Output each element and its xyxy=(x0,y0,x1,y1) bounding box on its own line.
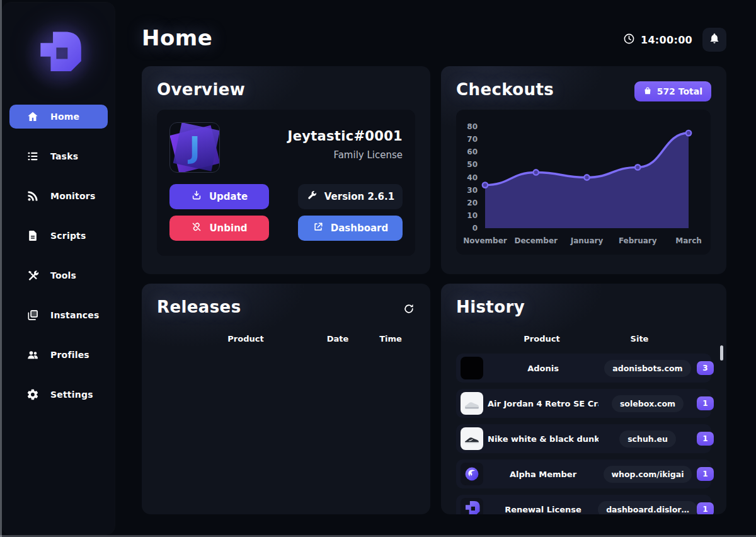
tools-icon xyxy=(26,269,39,282)
releases-card: Releases Product Date Time xyxy=(142,284,430,514)
sidebar-nav: HomeTasksMonitorsScriptsToolsInstancesPr… xyxy=(3,105,115,407)
sidebar-item-monitors[interactable]: Monitors xyxy=(9,184,108,208)
sidebar-item-tools[interactable]: Tools xyxy=(9,263,108,287)
svg-text:February: February xyxy=(619,236,657,245)
history-row[interactable]: Air Jordan 4 Retro SE Craft "… solebox.c… xyxy=(456,389,711,418)
sidebar-item-label: Home xyxy=(50,112,79,122)
product-thumbnail xyxy=(456,498,488,514)
sidebar-item-label: Scripts xyxy=(50,231,86,241)
history-col-site: Site xyxy=(631,334,649,344)
sidebar: HomeTasksMonitorsScriptsToolsInstancesPr… xyxy=(3,3,115,534)
svg-text:December: December xyxy=(514,236,558,245)
count-badge: 1 xyxy=(697,432,714,446)
history-row[interactable]: Adonis adonisbots.com 3 xyxy=(456,354,711,383)
wrench-icon xyxy=(306,190,318,204)
refresh-icon xyxy=(403,306,415,318)
product-thumbnail xyxy=(456,392,488,415)
total-checkouts-label: 572 Total xyxy=(657,86,702,96)
monitors-icon xyxy=(26,190,39,202)
settings-icon xyxy=(26,388,39,401)
sidebar-item-label: Profiles xyxy=(50,350,89,360)
releases-title: Releases xyxy=(157,297,415,316)
page-title: Home xyxy=(142,25,212,50)
history-scrollbar-thumb[interactable] xyxy=(720,345,723,361)
sidebar-item-tasks[interactable]: Tasks xyxy=(9,144,108,168)
releases-col-date: Date xyxy=(327,334,349,344)
sidebar-item-label: Tasks xyxy=(50,151,78,161)
product-thumbnail xyxy=(456,427,488,450)
releases-col-product: Product xyxy=(227,334,263,344)
shopping-bag-icon xyxy=(643,86,652,97)
notifications-button[interactable] xyxy=(702,28,726,52)
site-pill: solebox.com xyxy=(612,395,684,412)
svg-text:10: 10 xyxy=(467,211,478,220)
product-name: Renewal License xyxy=(488,505,598,514)
sidebar-item-home[interactable]: Home xyxy=(9,105,108,129)
license-type: Family License xyxy=(288,149,403,161)
overview-title: Overview xyxy=(157,80,415,99)
count-badge: 1 xyxy=(697,467,714,481)
count-badge: 1 xyxy=(697,502,714,514)
username: Jeytastic#0001 xyxy=(288,129,403,144)
history-row[interactable]: Renewal License dashboard.dislor… 1 xyxy=(456,495,711,514)
svg-text:50: 50 xyxy=(467,160,478,169)
history-row[interactable]: Alpha Member whop.com/ikigai 1 xyxy=(456,459,711,488)
sidebar-item-label: Tools xyxy=(50,270,76,280)
external-link-icon xyxy=(312,221,324,235)
history-rows: Adonis adonisbots.com 3 Air Jordan 4 Ret… xyxy=(456,354,711,514)
count-badge: 3 xyxy=(697,361,714,375)
history-title: History xyxy=(456,297,711,316)
svg-text:March: March xyxy=(675,236,702,245)
license-panel: J Jeytastic#0001 Family License Update xyxy=(157,110,415,256)
unlink-icon xyxy=(191,221,202,235)
total-checkouts-badge[interactable]: 572 Total xyxy=(634,81,711,101)
dashboard-label: Dashboard xyxy=(331,222,388,234)
sidebar-item-instances[interactable]: Instances xyxy=(9,303,108,327)
area-chart: 01020304050607080NovemberDecemberJanuary… xyxy=(456,110,711,255)
dislo-d-logo xyxy=(32,28,86,83)
refresh-button[interactable] xyxy=(403,303,415,315)
product-thumbnail xyxy=(456,357,488,379)
site-pill: schuh.eu xyxy=(619,430,676,448)
history-row[interactable]: Nike white & black dunk lo… schuh.eu 1 xyxy=(456,424,711,453)
bell-icon xyxy=(709,33,720,47)
unbind-button[interactable]: Unbind xyxy=(169,216,269,241)
svg-text:60: 60 xyxy=(467,147,478,156)
history-col-product: Product xyxy=(524,334,559,344)
svg-text:70: 70 xyxy=(467,135,478,144)
unbind-label: Unbind xyxy=(209,222,247,234)
checkouts-card: Checkouts 572 Total 01020304050607080Nov… xyxy=(441,66,726,274)
releases-col-time: Time xyxy=(379,334,402,344)
sidebar-item-label: Settings xyxy=(50,390,93,400)
update-button[interactable]: Update xyxy=(169,184,269,209)
svg-text:0: 0 xyxy=(472,224,478,233)
main-content: Home 14:00:00 Overview xyxy=(115,0,756,537)
product-name: Air Jordan 4 Retro SE Craft "… xyxy=(488,399,598,408)
history-card: History Product Site Adonis adonisbots.c… xyxy=(441,284,726,514)
dashboard-button[interactable]: Dashboard xyxy=(298,216,403,241)
sidebar-item-profiles[interactable]: Profiles xyxy=(9,343,108,367)
window-edge-highlight-left xyxy=(0,0,2,537)
sidebar-item-label: Monitors xyxy=(50,191,95,201)
version-button[interactable]: Version 2.6.1 xyxy=(298,184,403,209)
update-label: Update xyxy=(209,191,248,202)
profiles-icon xyxy=(26,349,39,361)
site-pill: dashboard.dislor… xyxy=(598,501,697,515)
sidebar-item-settings[interactable]: Settings xyxy=(9,383,108,407)
instances-icon xyxy=(26,309,39,321)
sidebar-item-scripts[interactable]: Scripts xyxy=(9,224,108,248)
clock-icon xyxy=(623,33,635,47)
download-icon xyxy=(191,190,202,204)
clock-display: 14:00:00 xyxy=(623,33,692,47)
scripts-icon xyxy=(26,229,39,242)
avatar-letter: J xyxy=(170,123,219,172)
site-pill: adonisbots.com xyxy=(604,360,690,377)
svg-text:January: January xyxy=(570,236,604,245)
svg-text:40: 40 xyxy=(467,173,478,182)
home-icon xyxy=(26,110,39,123)
product-name: Adonis xyxy=(488,364,598,373)
current-time: 14:00:00 xyxy=(641,34,692,46)
checkouts-chart: 01020304050607080NovemberDecemberJanuary… xyxy=(456,110,711,255)
svg-text:30: 30 xyxy=(467,186,478,195)
sidebar-item-label: Instances xyxy=(50,310,100,320)
